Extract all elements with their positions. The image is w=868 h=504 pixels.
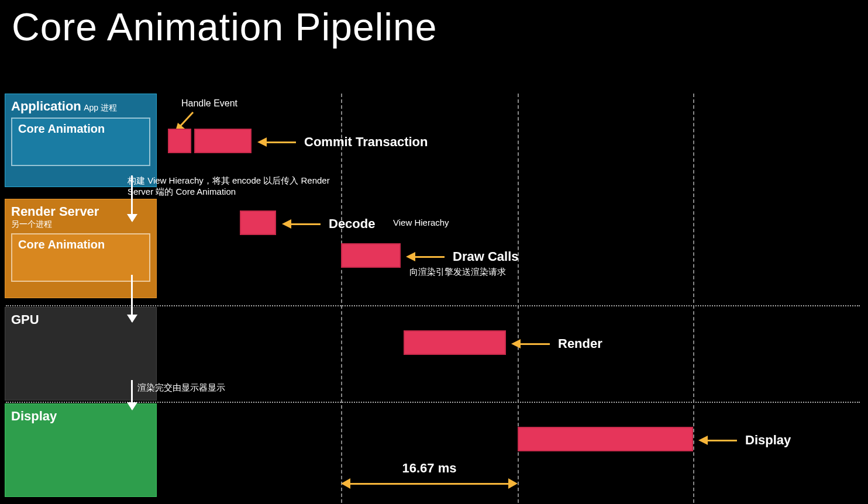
bar-render	[404, 330, 506, 355]
arrow-shaft-icon	[267, 141, 296, 143]
render-text: Render	[558, 336, 602, 351]
page-title: Core Animation Pipeline	[0, 0, 868, 49]
stage-application: Application App 进程 Core Animation	[5, 94, 157, 187]
down-arrow-app-to-rs	[131, 175, 133, 221]
arrow-shaft-icon	[350, 483, 508, 485]
handle-event-label: Handle Event	[181, 98, 237, 109]
draw-calls-sub-label: 向渲染引擎发送渲染请求	[409, 267, 506, 278]
handle-event-text: Handle Event	[181, 98, 237, 108]
arrow-shaft-icon	[521, 343, 550, 345]
commit-transaction-text: Commit Transaction	[304, 134, 428, 150]
stage-application-sub: App 进程	[84, 103, 117, 112]
frame-marker-1	[341, 94, 342, 503]
pipeline-diagram: Application App 进程 Core Animation Render…	[0, 88, 868, 504]
decode-text: Decode	[329, 216, 375, 232]
bar-display	[518, 427, 693, 451]
bar-commit-transaction	[194, 129, 252, 153]
bar-draw-calls	[341, 243, 401, 268]
arrow-head-icon	[257, 137, 267, 147]
separator-1	[6, 305, 860, 306]
stage-application-inner: Core Animation	[11, 118, 150, 166]
label-decode: Decode	[282, 216, 375, 232]
stage-render-server-inner: Core Animation	[11, 233, 150, 282]
stage-application-title: Application	[11, 99, 81, 113]
encode-note: 构建 View Hierachy，将其 encode 以后传入 Render S…	[128, 175, 350, 198]
frame-span-text: 16.67 ms	[341, 461, 518, 476]
label-display: Display	[698, 433, 791, 448]
display-note: 渲染完交由显示器显示	[137, 382, 225, 393]
decode-sub-label: View Hierachy	[393, 218, 449, 227]
bar-decode	[240, 210, 276, 235]
arrow-shaft-icon	[291, 223, 321, 225]
arrow-shaft-icon	[708, 440, 737, 441]
frame-span: 16.67 ms	[341, 478, 518, 489]
draw-calls-text: Draw Calls	[453, 249, 519, 264]
arrow-head-icon	[341, 478, 350, 489]
arrow-head-icon	[282, 219, 291, 229]
display-text: Display	[745, 433, 791, 448]
svg-line-0	[179, 112, 193, 127]
label-draw-calls: Draw Calls	[406, 249, 519, 264]
label-render: Render	[511, 336, 602, 351]
arrow-head-icon	[698, 436, 708, 445]
arrow-shaft-icon	[415, 256, 445, 258]
stage-display: Display	[5, 403, 157, 497]
label-commit-transaction: Commit Transaction	[257, 134, 428, 150]
stage-display-title: Display	[11, 409, 57, 423]
arrow-head-icon	[508, 478, 518, 489]
stage-gpu-title: GPU	[11, 312, 39, 327]
down-arrow-gpu-to-display	[131, 380, 133, 409]
arrow-head-icon	[406, 252, 415, 261]
frame-marker-3	[693, 94, 694, 503]
down-arrow-rs-to-gpu	[131, 275, 133, 322]
bar-handle-event	[168, 129, 191, 153]
arrow-head-icon	[511, 339, 521, 348]
